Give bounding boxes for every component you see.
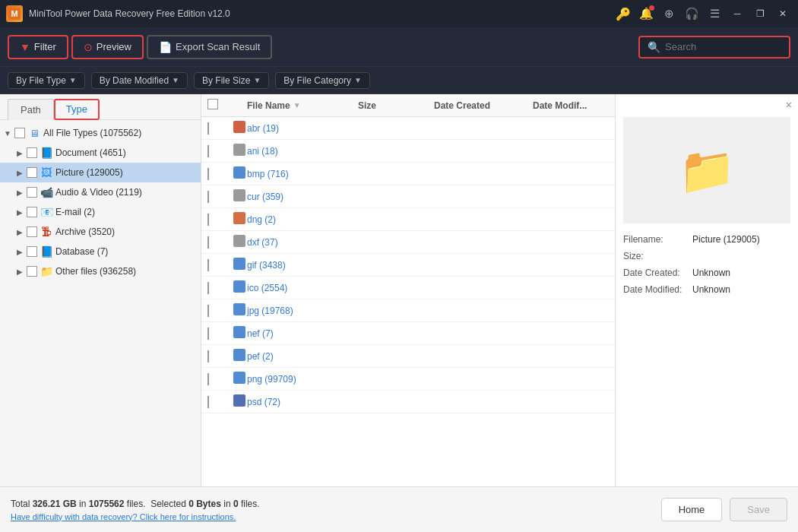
tree-item-all[interactable]: ▼ 🖥 All File Types (1075562) xyxy=(0,123,201,143)
filter-by-category[interactable]: By File Category ▼ xyxy=(275,72,370,89)
expand-icon: ▶ xyxy=(15,228,24,236)
tree-checkbox[interactable] xyxy=(27,147,37,158)
row-checkbox[interactable] xyxy=(207,282,209,294)
tree-checkbox[interactable] xyxy=(27,187,37,198)
tab-type[interactable]: Type xyxy=(54,99,100,120)
row-checkbox[interactable] xyxy=(207,305,209,317)
preview-label: Preview xyxy=(97,41,131,52)
tree-checkbox[interactable] xyxy=(27,167,37,178)
filename-label: Filename: xyxy=(623,234,688,245)
folder-preview-icon: 📁 xyxy=(679,144,736,198)
tree-checkbox[interactable] xyxy=(27,266,37,277)
col-filename-header: File Name ▼ xyxy=(247,100,358,111)
filter-category-label: By File Category xyxy=(283,75,351,86)
file-type-icon xyxy=(233,121,245,133)
row-checkbox[interactable] xyxy=(207,259,209,271)
created-label: Date Created: xyxy=(623,268,688,278)
col-created-header: Date Created xyxy=(434,100,533,111)
tree-checkbox[interactable] xyxy=(27,226,37,237)
table-row[interactable]: png (99709) xyxy=(201,368,615,391)
close-panel-button[interactable]: × xyxy=(786,99,792,111)
tree-item-other[interactable]: ▶ 📁 Other files (936258) xyxy=(0,261,201,281)
file-name: gif (3438) xyxy=(247,260,358,271)
file-list: abr (19) ani (18) bmp (716) xyxy=(201,117,615,486)
table-row[interactable]: jpg (19768) xyxy=(201,299,615,322)
row-checkbox[interactable] xyxy=(207,236,209,249)
select-all-checkbox[interactable] xyxy=(207,99,218,109)
row-checkbox[interactable] xyxy=(207,145,209,157)
search-input[interactable] xyxy=(665,41,787,52)
expand-icon: ▶ xyxy=(15,149,24,157)
row-checkbox[interactable] xyxy=(207,191,209,203)
table-row[interactable]: ico (2554) xyxy=(201,277,615,299)
filter-by-date[interactable]: By Date Modified ▼ xyxy=(91,72,188,89)
info-row-size: Size: xyxy=(623,251,790,261)
tree-item-email[interactable]: ▶ 📧 E-mail (2) xyxy=(0,202,201,222)
row-checkbox[interactable] xyxy=(207,396,209,408)
key-icon[interactable]: 🔑 xyxy=(614,5,632,23)
file-name: psd (72) xyxy=(247,397,358,407)
home-button[interactable]: Home xyxy=(661,498,723,521)
file-type-icon xyxy=(233,212,245,224)
expand-icon: ▶ xyxy=(15,248,24,256)
headphone-icon[interactable]: 🎧 xyxy=(682,5,701,23)
tree-item-picture[interactable]: ▶ 🖼 Picture (129005) xyxy=(0,163,201,182)
menu-icon[interactable]: ☰ xyxy=(705,5,724,23)
help-icon[interactable]: ⊕ xyxy=(660,5,678,23)
file-name: ani (18) xyxy=(247,146,358,157)
restore-button[interactable]: ❐ xyxy=(751,5,769,23)
row-checkbox[interactable] xyxy=(207,373,209,385)
av-icon: 📹 xyxy=(40,185,53,199)
preview-button[interactable]: ⊙ Preview xyxy=(71,35,144,59)
created-value: Unknown xyxy=(692,268,730,278)
filter-size-label: By File Size xyxy=(202,75,250,86)
doc-icon: 📘 xyxy=(40,146,53,160)
row-checkbox[interactable] xyxy=(207,214,209,226)
picture-icon: 🖼 xyxy=(40,166,53,179)
file-type-icon xyxy=(233,349,245,361)
row-checkbox[interactable] xyxy=(207,168,209,180)
filter-by-type[interactable]: By File Type ▼ xyxy=(8,72,85,89)
row-checkbox[interactable] xyxy=(207,328,209,340)
table-row[interactable]: dng (2) xyxy=(201,208,615,231)
table-row[interactable]: gif (3438) xyxy=(201,254,615,277)
row-checkbox[interactable] xyxy=(207,350,209,363)
save-button[interactable]: Save xyxy=(730,498,787,521)
tree-item-audio-video[interactable]: ▶ 📹 Audio & Video (2119) xyxy=(0,182,201,202)
table-row[interactable]: psd (72) xyxy=(201,391,615,413)
file-name: dng (2) xyxy=(247,214,358,225)
bell-icon[interactable]: 🔔 xyxy=(637,5,655,23)
db-icon: 📘 xyxy=(40,245,53,258)
size-label: Size: xyxy=(623,251,688,261)
bottombar: Total 326.21 GB in 1075562 files. Select… xyxy=(0,486,798,532)
table-row[interactable]: nef (7) xyxy=(201,322,615,345)
table-row[interactable]: pef (2) xyxy=(201,345,615,368)
tree-item-label: Audio & Video (2119) xyxy=(55,187,142,198)
tab-path[interactable]: Path xyxy=(8,99,54,120)
left-panel: Path Type ▼ 🖥 All File Types (1075562) ▶… xyxy=(0,94,201,486)
file-name: nef (7) xyxy=(247,328,358,339)
table-row[interactable]: bmp (716) xyxy=(201,163,615,185)
close-button[interactable]: ✕ xyxy=(774,5,792,23)
help-link[interactable]: Have difficulty with data recovery? Clic… xyxy=(11,512,654,521)
table-row[interactable]: abr (19) xyxy=(201,117,615,140)
expand-icon: ▶ xyxy=(15,268,24,276)
tree-checkbox[interactable] xyxy=(27,207,37,217)
table-row[interactable]: ani (18) xyxy=(201,140,615,163)
tree-item-document[interactable]: ▶ 📘 Document (4651) xyxy=(0,143,201,163)
table-row[interactable]: cur (359) xyxy=(201,185,615,208)
filter-by-size[interactable]: By File Size ▼ xyxy=(194,72,269,89)
info-row-created: Date Created: Unknown xyxy=(623,268,790,278)
tree-checkbox[interactable] xyxy=(14,128,25,138)
filter-button[interactable]: ▼ Filter xyxy=(8,35,68,59)
tree-item-database[interactable]: ▶ 📘 Database (7) xyxy=(0,242,201,261)
tree-checkbox[interactable] xyxy=(27,246,37,257)
app-icon: M xyxy=(6,5,23,22)
minimize-button[interactable]: ─ xyxy=(728,5,746,23)
row-checkbox[interactable] xyxy=(207,122,209,135)
export-icon: 📄 xyxy=(159,41,172,53)
tree-item-archive[interactable]: ▶ 🗜 Archive (3520) xyxy=(0,222,201,242)
archive-icon: 🗜 xyxy=(40,225,53,239)
export-button[interactable]: 📄 Export Scan Result xyxy=(147,35,272,59)
table-row[interactable]: dxf (37) xyxy=(201,231,615,254)
